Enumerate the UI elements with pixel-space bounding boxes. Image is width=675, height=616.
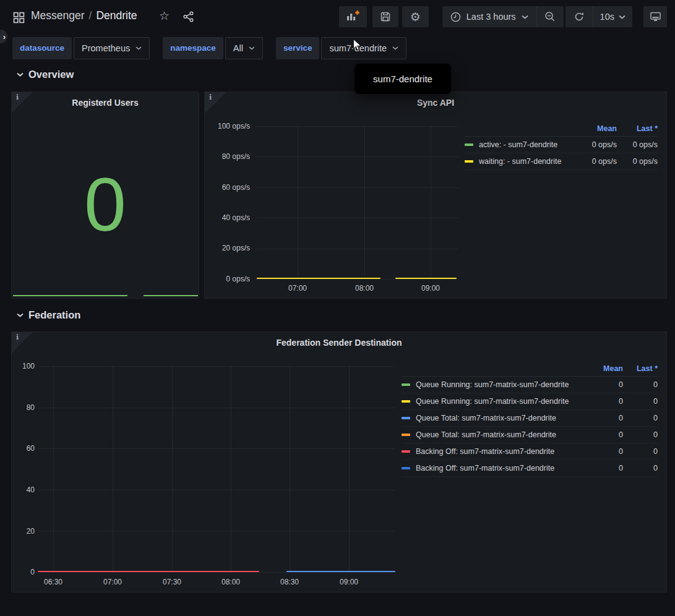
variable-value-datasource-dropdown[interactable]: Prometheus xyxy=(74,37,150,59)
variable-label-namespace[interactable]: namespace xyxy=(163,37,223,59)
legend-header-last[interactable]: Last * xyxy=(617,124,658,133)
refresh-controls: 10s xyxy=(565,6,632,27)
gridline xyxy=(38,490,395,490)
series-line-waiting xyxy=(257,278,380,279)
save-dashboard-button[interactable] xyxy=(372,6,398,27)
legend-mean-value: 0 ops/s xyxy=(567,140,617,149)
legend-series-label[interactable]: Queue Running: sum7-matrix-sum7-dendrite xyxy=(416,380,586,389)
star-icon[interactable]: ☆ xyxy=(159,9,170,23)
monitor-icon xyxy=(650,11,661,22)
gear-icon: ⚙ xyxy=(410,11,421,23)
legend-series-label[interactable]: active: - sum7-dendrite xyxy=(479,140,567,149)
dashboard-variables-bar: datasource Prometheus namespace All serv… xyxy=(12,37,419,59)
gridline xyxy=(231,366,231,572)
variable-value-service-dropdown[interactable]: sum7-dendrite xyxy=(321,37,406,59)
top-nav: Messenger / Dendrite ☆ xyxy=(0,0,675,35)
dashboards-grid-icon[interactable] xyxy=(13,12,25,26)
section-header-federation[interactable]: Federation xyxy=(17,309,80,321)
gridline xyxy=(349,366,350,572)
stat-value: 0 xyxy=(12,123,199,286)
variable-value-namespace-dropdown[interactable]: All xyxy=(225,37,263,59)
gridline xyxy=(38,448,395,449)
dashboard-settings-button[interactable]: ⚙ xyxy=(402,6,429,27)
chevron-down-icon xyxy=(17,313,24,317)
stat-sparkline-segment xyxy=(13,295,127,296)
breadcrumb: Messenger / Dendrite xyxy=(31,9,137,22)
panel-sync-api: i Sync API 100 ops/s 80 ops/s 60 ops/s 4… xyxy=(204,92,667,299)
legend-series-label[interactable]: Queue Running: sum7-matrix-sum7-dendrite xyxy=(416,397,586,406)
gridline xyxy=(38,572,395,573)
variable-value-text: sum7-dendrite xyxy=(329,43,387,53)
series-color-swatch[interactable] xyxy=(402,450,410,453)
time-range-button[interactable]: Last 3 hours xyxy=(442,6,536,27)
y-axis-tick: 80 ops/s xyxy=(207,152,250,161)
panel-title[interactable]: Federation Sender Destination xyxy=(12,338,666,348)
series-color-swatch[interactable] xyxy=(402,434,410,436)
variable-label-datasource[interactable]: datasource xyxy=(12,37,72,59)
refresh-interval-label: 10s xyxy=(600,12,614,22)
series-color-swatch[interactable] xyxy=(402,400,410,403)
chevron-down-icon xyxy=(619,15,626,19)
variable-label-service[interactable]: service xyxy=(276,37,320,59)
section-header-overview[interactable]: Overview xyxy=(17,69,74,80)
legend-series-label[interactable]: waiting: - sum7-dendrite xyxy=(479,157,567,166)
y-axis-tick: 20 xyxy=(12,526,35,536)
x-axis-tick: 06:30 xyxy=(35,578,72,586)
legend-last-value: 0 xyxy=(623,380,658,389)
breadcrumb-folder[interactable]: Messenger xyxy=(31,9,85,22)
legend-table: Mean Last * Queue Running: sum7-matrix-s… xyxy=(402,361,658,477)
magnifier-minus-icon xyxy=(544,11,556,22)
series-color-swatch[interactable] xyxy=(465,143,473,146)
legend-last-value: 0 xyxy=(623,397,658,406)
y-axis-tick: 100 xyxy=(12,361,35,371)
panel-title[interactable]: Registerd Users xyxy=(12,98,199,108)
gridline xyxy=(113,366,113,572)
legend-mean-value: 0 xyxy=(586,447,623,456)
share-icon[interactable] xyxy=(183,11,195,25)
series-color-swatch[interactable] xyxy=(465,160,473,163)
legend-mean-value: 0 xyxy=(586,380,623,389)
legend-header-mean[interactable]: Mean xyxy=(586,364,623,373)
refresh-interval-dropdown[interactable]: 10s xyxy=(593,6,632,27)
chevron-down-icon xyxy=(522,15,528,19)
gridline xyxy=(298,126,298,279)
variable-datasource: datasource Prometheus xyxy=(12,37,150,59)
gridline xyxy=(257,218,458,218)
y-axis-tick: 40 xyxy=(12,485,35,495)
series-color-swatch[interactable] xyxy=(402,467,410,469)
y-axis-tick: 0 xyxy=(12,567,35,577)
legend-mean-value: 0 xyxy=(586,430,623,439)
refresh-icon xyxy=(574,11,585,22)
zoom-out-time-button[interactable] xyxy=(537,6,564,27)
y-axis-tick: 60 xyxy=(12,443,35,453)
clock-icon xyxy=(450,12,461,22)
legend-last-value: 0 xyxy=(623,464,658,473)
legend-last-value: 0 xyxy=(623,414,658,422)
variable-value-text: Prometheus xyxy=(82,43,130,53)
y-axis-tick: 60 ops/s xyxy=(207,182,250,192)
series-color-swatch[interactable] xyxy=(402,417,410,419)
legend-row: Queue Total: sum7-matrix-sum7-dendrite 0… xyxy=(402,410,658,427)
legend-mean-value: 0 xyxy=(586,464,623,473)
x-axis-tick: 07:30 xyxy=(153,578,191,586)
gridline xyxy=(431,126,431,279)
legend-series-label[interactable]: Queue Total: sum7-matrix-sum7-dendrite xyxy=(416,430,586,439)
series-line-waiting xyxy=(395,278,457,279)
gridline xyxy=(38,531,395,531)
legend-series-label[interactable]: Queue Total: sum7-matrix-sum7-dendrite xyxy=(416,414,586,422)
legend-row: Backing Off: sum7-matrix-sum7-dendrite 0… xyxy=(402,443,658,460)
panel-title[interactable]: Sync API xyxy=(205,98,666,108)
add-panel-button[interactable] xyxy=(339,6,367,27)
legend-header-last[interactable]: Last * xyxy=(623,364,658,373)
legend-series-label[interactable]: Backing Off: sum7-matrix-sum7-dendrite xyxy=(416,447,586,456)
legend-series-label[interactable]: Backing Off: sum7-matrix-sum7-dendrite xyxy=(416,464,586,473)
variable-value-tooltip: sum7-dendrite xyxy=(355,64,451,94)
legend-header-mean[interactable]: Mean xyxy=(567,124,617,133)
panel-registered-users: i Registerd Users 0 xyxy=(11,92,199,299)
chevron-down-icon xyxy=(135,46,142,50)
legend-last-value: 0 xyxy=(623,447,658,456)
cycle-view-mode-button[interactable] xyxy=(643,6,667,27)
refresh-button[interactable] xyxy=(565,6,593,27)
series-color-swatch[interactable] xyxy=(402,383,410,386)
breadcrumb-dashboard-title[interactable]: Dendrite xyxy=(96,9,137,22)
